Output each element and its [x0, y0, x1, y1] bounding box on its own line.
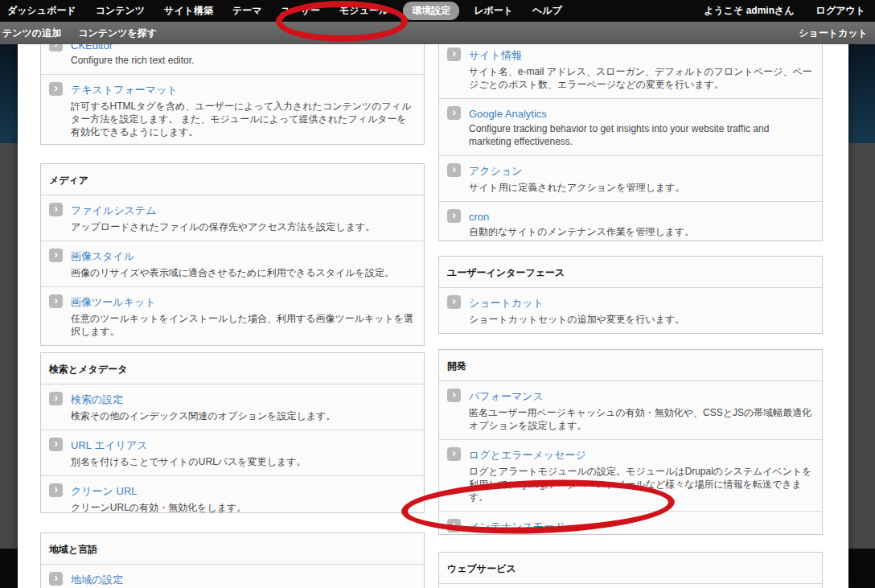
link-site-information[interactable]: サイト情報 — [469, 48, 522, 63]
panel-header-search-metadata: 検索とメタデータ — [41, 353, 424, 384]
link-text-formats[interactable]: テキストフォーマット — [71, 83, 178, 97]
panel-header-regional-language: 地域と言語 — [41, 533, 424, 565]
panel-header-development: 開発 — [439, 350, 822, 381]
chevron-right-icon: › — [49, 572, 63, 586]
config-item-file-system: › ファイルシステム アップロードされたファイルの保存先やアクセス方法を設定しま… — [41, 195, 424, 241]
panel-regional-language: 地域と言語 › 地域の設定 サイトのデフォルトのタイムゾーンと国の設定を行います… — [40, 532, 425, 588]
description-search-settings: 検索その他のインデックス関連のオプションを設定します。 — [71, 409, 416, 422]
description-ckeditor: Configure the rich text editor. — [71, 54, 416, 67]
link-clean-urls[interactable]: クリーン URL — [71, 484, 138, 499]
menu-item-configuration-active[interactable]: 環境設定 — [403, 2, 459, 20]
description-performance: 匿名ユーザー用ページキャッシュの有効・無効化や、CSSとJSの帯域幅最適化オプシ… — [469, 406, 814, 432]
description-logging-errors: ログとアラートモジュールの設定。モジュールはDrupalのシステムイベントを利用… — [469, 465, 814, 504]
chevron-right-icon: › — [49, 82, 63, 96]
config-item-regional-settings: › 地域の設定 サイトのデフォルトのタイムゾーンと国の設定を行います。 — [41, 565, 424, 588]
config-item-clean-urls: › クリーン URL クリーンURLの有効・無効化をします。 — [41, 475, 424, 513]
shortcut-toolbar-left: テンツの追加 コンテンツを探す — [0, 27, 157, 40]
admin-toolbar-right: ようこそ adminさん ログアウト — [704, 4, 875, 18]
chevron-right-icon: › — [49, 438, 63, 451]
chevron-right-icon: › — [447, 106, 461, 120]
link-shortcuts[interactable]: ショートカット — [469, 296, 544, 310]
description-google-analytics: Configure tracking behavior to get insig… — [469, 122, 814, 148]
chevron-right-icon: › — [49, 249, 63, 262]
description-cron: 自動的なサイトのメンテナンス作業を管理します。 — [469, 225, 814, 238]
panel-header-media: メディア — [41, 164, 424, 195]
chevron-right-icon: › — [447, 447, 461, 461]
link-cron[interactable]: cron — [469, 211, 489, 223]
chevron-right-icon: › — [447, 209, 461, 223]
config-item-image-toolkit: › 画像ツールキット 任意のツールキットをインストールした場合、利用する画像ツー… — [41, 286, 424, 345]
link-logging-errors[interactable]: ログとエラーメッセージ — [469, 448, 586, 463]
admin-menu: ダッシュボード コンテンツ サイト構築 テーマ ユーザー モジュール 環境設定 … — [0, 2, 562, 20]
menu-item-reports[interactable]: レポート — [474, 4, 513, 18]
panel-user-interface: ユーザーインターフェース › ショートカット ショートカットセットの追加や変更を… — [438, 256, 823, 334]
config-item-shortcuts: › ショートカット ショートカットセットの追加や変更を行います。 — [439, 288, 822, 333]
config-item-text-formats: › テキストフォーマット 許可するHTMLタグを含め、ユーザーによって入力された… — [41, 74, 424, 145]
description-site-information: サイト名、e-mail アドレス、スローガン、デフォルトのフロントページ、ページ… — [469, 65, 814, 91]
link-google-analytics[interactable]: Google Analytics — [469, 108, 547, 120]
config-item-image-styles: › 画像スタイル 画像のリサイズや表示域に適合させるために利用できるスタイルを設… — [41, 241, 424, 286]
description-image-styles: 画像のリサイズや表示域に適合させるために利用できるスタイルを設定。 — [71, 266, 416, 279]
config-item-site-information: › サイト情報 サイト名、e-mail アドレス、スローガン、デフォルトのフロン… — [439, 40, 822, 98]
link-url-aliases[interactable]: URL エイリアス — [71, 438, 148, 453]
shortcuts-edit-link[interactable]: ショートカット — [799, 27, 868, 39]
description-clean-urls: クリーンURLの有効・無効化をします。 — [71, 501, 416, 513]
description-file-system: アップロードされたファイルの保存先やアクセス方法を設定します。 — [71, 220, 416, 233]
description-shortcuts: ショートカットセットの追加や変更を行います。 — [469, 313, 814, 326]
shortcut-add-content-clipped[interactable]: テンツの追加 — [2, 27, 61, 40]
description-actions: サイト用に定義されたアクションを管理します。 — [469, 181, 814, 194]
panel-header-user-interface: ユーザーインターフェース — [439, 257, 822, 288]
shortcut-toolbar: テンツの追加 コンテンツを探す ショートカット — [0, 22, 875, 44]
config-item-url-aliases: › URL エイリアス 別名を付けることでサイトのURLパスを変更します。 — [41, 430, 424, 475]
panel-development: 開発 › パフォーマンス 匿名ユーザー用ページキャッシュの有効・無効化や、CSS… — [438, 349, 823, 535]
config-item-maintenance-mode: › メンテナンスモード メンテナンスのためにサイトをオフラインにしたり、オンライ… — [439, 511, 822, 535]
chevron-right-icon: › — [447, 163, 461, 177]
chevron-right-icon: › — [49, 483, 63, 497]
menu-item-help[interactable]: ヘルプ — [532, 4, 562, 18]
welcome-user-link[interactable]: ようこそ adminさん — [704, 4, 794, 18]
logout-link[interactable]: ログアウト — [816, 4, 865, 18]
panel-media: メディア › ファイルシステム アップロードされたファイルの保存先やアクセス方法… — [40, 163, 425, 346]
config-item-actions: › アクション サイト用に定義されたアクションを管理します。 — [439, 155, 822, 201]
admin-toolbar: ダッシュボード コンテンツ サイト構築 テーマ ユーザー モジュール 環境設定 … — [0, 0, 875, 22]
menu-item-dashboard[interactable]: ダッシュボード — [7, 4, 76, 18]
shortcut-find-content[interactable]: コンテンツを探す — [78, 27, 157, 40]
menu-item-content[interactable]: コンテンツ — [96, 4, 145, 18]
description-image-toolkit: 任意のツールキットをインストールした場合、利用する画像ツールキットを選択します。 — [71, 312, 416, 338]
link-search-settings[interactable]: 検索の設定 — [71, 393, 123, 407]
link-actions[interactable]: アクション — [469, 164, 523, 179]
chevron-right-icon: › — [49, 203, 63, 216]
panel-header-web-services: ウェブサービス — [439, 553, 822, 584]
config-item-google-analytics: › Google Analytics Configure tracking be… — [439, 98, 822, 155]
chevron-right-icon: › — [49, 392, 63, 405]
shortcut-toolbar-right: ショートカット — [799, 27, 875, 40]
link-image-toolkit[interactable]: 画像ツールキット — [71, 295, 156, 310]
chevron-right-icon: › — [447, 389, 461, 402]
link-image-styles[interactable]: 画像スタイル — [71, 249, 134, 264]
panel-search-metadata: 検索とメタデータ › 検索の設定 検索その他のインデックス関連のオプションを設定… — [40, 352, 425, 513]
link-file-system[interactable]: ファイルシステム — [71, 204, 156, 218]
menu-item-structure[interactable]: サイト構築 — [164, 4, 213, 18]
panel-web-services: ウェブサービス › — [438, 552, 823, 588]
chevron-right-icon: › — [447, 47, 461, 61]
menu-item-appearance[interactable]: テーマ — [232, 4, 262, 18]
config-item-clipped: › — [439, 584, 822, 588]
config-item-cron: › cron 自動的なサイトのメンテナンス作業を管理します。 — [439, 201, 822, 241]
description-url-aliases: 別名を付けることでサイトのURLパスを変更します。 — [71, 455, 416, 468]
config-item-logging-errors: › ログとエラーメッセージ ログとアラートモジュールの設定。モジュールはDrup… — [439, 439, 822, 511]
panel-system: › サイト情報 サイト名、e-mail アドレス、スローガン、デフォルトのフロン… — [438, 20, 823, 241]
menu-item-modules[interactable]: モジュール — [339, 4, 388, 18]
config-item-performance: › パフォーマンス 匿名ユーザー用ページキャッシュの有効・無効化や、CSSとJS… — [439, 381, 822, 439]
menu-item-people[interactable]: ユーザー — [281, 4, 321, 18]
link-performance[interactable]: パフォーマンス — [469, 389, 544, 404]
chevron-right-icon: › — [49, 294, 63, 308]
drupal-admin-configuration-page: › CKEditor Configure the rich text edito… — [0, 0, 875, 588]
config-item-search-settings: › 検索の設定 検索その他のインデックス関連のオプションを設定します。 — [41, 384, 424, 430]
chevron-right-icon: › — [447, 295, 461, 309]
link-regional-settings[interactable]: 地域の設定 — [71, 573, 123, 587]
description-text-formats: 許可するHTMLタグを含め、ユーザーによって入力されたコンテンツのフィルター方法… — [71, 100, 416, 138]
link-maintenance-mode[interactable]: メンテナンスモード — [469, 520, 565, 534]
chevron-right-icon: › — [447, 519, 461, 532]
